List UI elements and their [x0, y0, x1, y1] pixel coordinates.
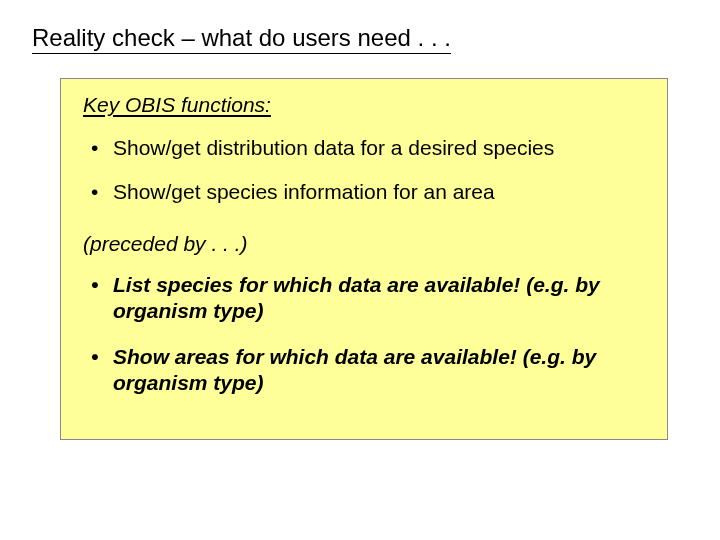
box-subheading: (preceded by . . .)	[83, 232, 645, 256]
list-item: Show areas for which data are available!…	[83, 344, 645, 397]
preceded-list: List species for which data are availabl…	[83, 272, 645, 397]
content-box: Key OBIS functions: Show/get distributio…	[60, 78, 668, 440]
list-item: Show/get distribution data for a desired…	[83, 135, 645, 161]
slide-title: Reality check – what do users need . . .	[32, 24, 451, 54]
box-heading: Key OBIS functions:	[83, 93, 645, 117]
list-item: List species for which data are availabl…	[83, 272, 645, 325]
list-item: Show/get species information for an area	[83, 179, 645, 205]
functions-list: Show/get distribution data for a desired…	[83, 135, 645, 206]
